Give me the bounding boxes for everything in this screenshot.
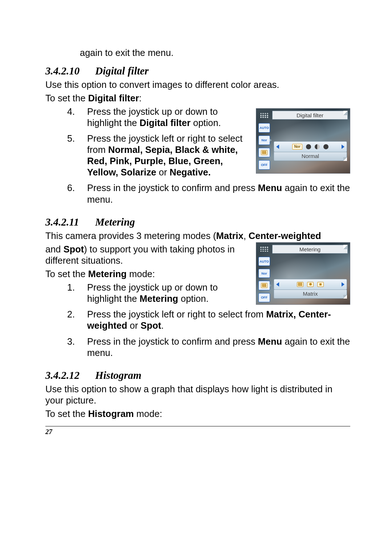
- nor-badge: Nor: [292, 144, 302, 150]
- filter-dot-icon: [323, 144, 328, 149]
- lcd-sidebar: AUTO Nor OFF: [258, 111, 271, 171]
- list-item: 1. Press the joystick up or down to high…: [67, 282, 249, 304]
- heading-title: Histogram: [95, 369, 141, 381]
- lcd-sidebar: AUTO Nor OFF: [258, 245, 271, 302]
- sidebar-grid-icon: [258, 245, 270, 254]
- heading-histogram: 3.4.2.12 Histogram: [45, 369, 350, 381]
- intro-text: Use this option to show a graph that dis…: [45, 384, 350, 406]
- sidebar-meter-icon: [258, 148, 270, 157]
- arrow-right-icon: [342, 282, 344, 287]
- lcd-title: Metering: [272, 245, 348, 254]
- lcd-caption: Matrix: [274, 290, 347, 299]
- heading-number: 3.4.2.10: [45, 65, 93, 77]
- heading-digital-filter: 3.4.2.10 Digital filter: [45, 65, 350, 77]
- notch-icon: [343, 245, 348, 249]
- sidebar-auto: AUTO: [258, 123, 270, 133]
- lcd-caption: Normal: [274, 152, 347, 161]
- list-item: 3. Press in the joystick to confirm and …: [67, 336, 350, 358]
- lcd-title: Digital filter: [272, 111, 348, 119]
- notch-icon: [343, 111, 348, 115]
- fragment-text: again to exit the menu.: [80, 47, 350, 58]
- sidebar-nor: Nor: [258, 269, 270, 278]
- arrow-right-icon: [342, 145, 344, 149]
- arrow-left-icon: [276, 145, 279, 149]
- sidebar-off: OFF: [258, 160, 270, 170]
- footer-rule: [45, 426, 350, 426]
- center-weighted-icon: [307, 282, 314, 287]
- arrow-left-icon: [276, 282, 279, 287]
- page-number: 27: [45, 428, 350, 436]
- sidebar-grid-icon: [258, 111, 270, 120]
- notch-icon: [343, 157, 347, 161]
- filter-options-icons: Nor: [292, 144, 328, 150]
- toset-text: To set the Digital filter:: [45, 93, 350, 104]
- list-item: 4. Press the joystick up or down to high…: [67, 106, 249, 129]
- sidebar-off: OFF: [258, 293, 270, 302]
- intro-text: This camera provides 3 metering modes (M…: [45, 230, 350, 242]
- list-item: 6. Press in the joystick to confirm and …: [67, 182, 350, 205]
- list-item: 5. Press the joystick left or right to s…: [67, 133, 249, 178]
- spot-icon: [317, 282, 324, 287]
- toset-text: To set the Histogram mode:: [45, 408, 350, 420]
- notch-icon: [343, 295, 347, 299]
- lcd-option-bar: Nor: [274, 141, 347, 152]
- sidebar-auto: AUTO: [258, 257, 270, 266]
- digital-filter-screenshot: Digital filter AUTO Nor OFF Nor: [256, 108, 350, 174]
- heading-title: Metering: [95, 216, 135, 228]
- heading-metering: 3.4.2.11 Metering: [45, 216, 350, 228]
- filter-halfdot-icon: [315, 144, 320, 149]
- sidebar-nor: Nor: [258, 135, 270, 145]
- matrix-icon: [297, 282, 303, 287]
- list-item: 2. Press the joystick left or right to s…: [67, 309, 350, 331]
- intro-text: Use this option to convert images to dif…: [45, 79, 350, 90]
- metering-options-icons: [297, 282, 324, 287]
- heading-title: Digital filter: [95, 65, 148, 77]
- heading-number: 3.4.2.12: [45, 369, 93, 381]
- heading-number: 3.4.2.11: [45, 216, 93, 228]
- lcd-option-bar: [274, 279, 347, 290]
- metering-screenshot: Metering AUTO Nor OFF: [256, 242, 350, 305]
- sidebar-meter-icon: [258, 281, 270, 290]
- filter-dot-icon: [306, 144, 311, 149]
